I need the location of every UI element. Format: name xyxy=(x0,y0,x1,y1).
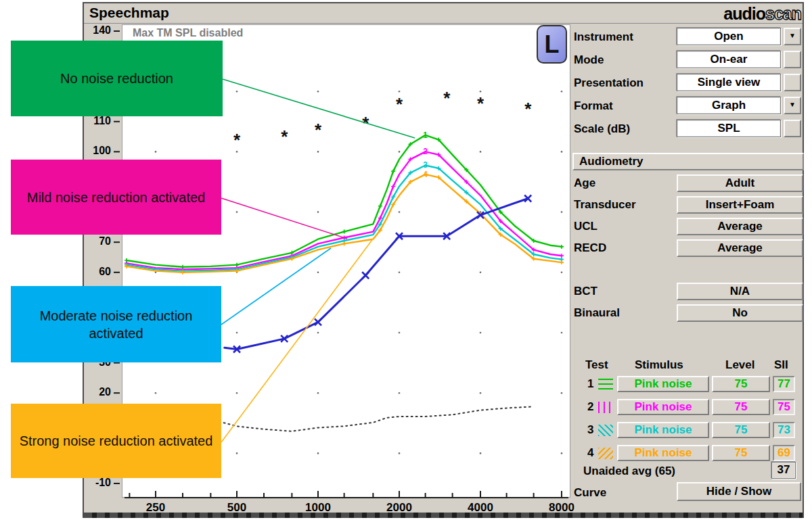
orange-diagonal-lines-icon xyxy=(598,448,613,459)
screenshot-canvas: Speechmap audioscan Max TM SPL disabled … xyxy=(0,0,812,522)
audiometry-value-age[interactable]: Adult xyxy=(677,174,803,192)
panel-label-instrument: Instrument xyxy=(574,30,633,44)
col-header-sii: SII xyxy=(774,358,788,372)
sii-value-box: 75 xyxy=(773,399,795,415)
logo-audio: audio xyxy=(723,4,765,23)
stimulus-button[interactable]: Pink noise xyxy=(617,399,709,415)
test-number: 3 xyxy=(587,423,593,437)
max-tm-spl-note: Max TM SPL disabled xyxy=(133,27,243,39)
spacer-button[interactable] xyxy=(784,51,801,68)
unaided-sii-box: 37 xyxy=(771,462,796,479)
sii-value-box: 77 xyxy=(773,376,795,392)
test-number: 4 xyxy=(587,446,593,460)
audiometry-value-recd[interactable]: Average xyxy=(677,239,803,257)
audiometry-header-button[interactable]: Audiometry xyxy=(572,153,804,170)
panel-value-mode[interactable]: On-ear xyxy=(677,51,781,68)
audiometry-value-bct[interactable]: N/A xyxy=(677,283,803,300)
level-button[interactable]: 75 xyxy=(712,422,770,438)
panel-label-format: Format xyxy=(574,99,613,113)
y-axis-label: 70 xyxy=(85,235,111,247)
audiometry-value-transducer[interactable]: Insert+Foam xyxy=(677,196,803,214)
stimulus-button[interactable]: Pink noise xyxy=(617,422,709,438)
audiometry-label-transducer: Transducer xyxy=(574,198,636,212)
stimulus-button[interactable]: Pink noise xyxy=(617,376,709,392)
spacer-button[interactable] xyxy=(784,120,801,137)
audiometry-label-binaural: Binaural xyxy=(574,306,620,320)
magenta-vertical-lines-icon xyxy=(598,402,613,413)
y-axis-label: 140 xyxy=(85,24,111,37)
audiometry-label-ucl: UCL xyxy=(574,220,597,233)
left-ear-button[interactable]: L xyxy=(537,25,567,64)
y-axis-label: 60 xyxy=(85,266,111,278)
stimulus-button[interactable]: Pink noise xyxy=(617,445,709,461)
logo-scan: scan xyxy=(765,4,801,23)
unaided-avg-label: Unaided avg (65) xyxy=(583,465,675,478)
panel-label-scale-db-: Scale (dB) xyxy=(574,122,630,136)
level-button[interactable]: 75 xyxy=(712,399,770,415)
panel-value-presentation[interactable]: Single view xyxy=(677,74,781,91)
panel-label-mode: Mode xyxy=(574,53,604,67)
col-header-level: Level xyxy=(725,358,754,372)
test-number: 2 xyxy=(587,400,593,414)
sii-value-box: 69 xyxy=(773,445,795,461)
panel-value-instrument[interactable]: Open xyxy=(677,28,781,45)
annotation-moderate-noise-reduction: Moderate noise reduction activated xyxy=(11,286,221,362)
audioscan-logo: audioscan xyxy=(682,4,801,24)
curve-label: Curve xyxy=(574,486,606,500)
panel-value-scale-db-[interactable]: SPL xyxy=(677,120,781,137)
y-axis-label: 110 xyxy=(85,115,111,127)
col-header-test: Test xyxy=(585,358,608,372)
y-axis-label: 20 xyxy=(85,386,111,398)
audiometry-value-binaural[interactable]: No xyxy=(677,304,803,322)
col-header-stimulus: Stimulus xyxy=(635,358,683,372)
annotation-strong-noise-reduction: Strong noise reduction activated xyxy=(11,404,221,478)
y-axis-label: -10 xyxy=(85,477,111,489)
panel-value-format[interactable]: Graph xyxy=(677,97,781,114)
panel-label-presentation: Presentation xyxy=(574,76,644,90)
bottom-clipped-stripe xyxy=(84,513,803,518)
green-horizontal-lines-icon xyxy=(598,379,613,390)
page-title: Speechmap xyxy=(89,5,169,21)
annotation-no-noise-reduction: No noise reduction xyxy=(11,41,223,116)
dropdown-arrow-button[interactable]: ▼ xyxy=(784,28,801,45)
annotation-mild-noise-reduction: Mild noise reduction activated xyxy=(11,160,221,235)
hide-show-button[interactable]: Hide / Show xyxy=(677,482,801,501)
level-button[interactable]: 75 xyxy=(712,445,770,461)
level-button[interactable]: 75 xyxy=(712,376,770,392)
sii-value-box: 73 xyxy=(773,422,795,438)
audiometry-label-age: Age xyxy=(574,176,595,190)
test-number: 1 xyxy=(587,377,593,391)
audiometry-label-recd: RECD xyxy=(574,241,606,255)
dropdown-arrow-button[interactable]: ▼ xyxy=(784,97,801,114)
y-axis-label: 100 xyxy=(85,145,111,157)
audiometry-label-bct: BCT xyxy=(574,285,597,298)
cyan-diagonal-lines-icon xyxy=(598,425,613,436)
spacer-button[interactable] xyxy=(784,74,801,91)
audiometry-value-ucl[interactable]: Average xyxy=(677,218,803,235)
